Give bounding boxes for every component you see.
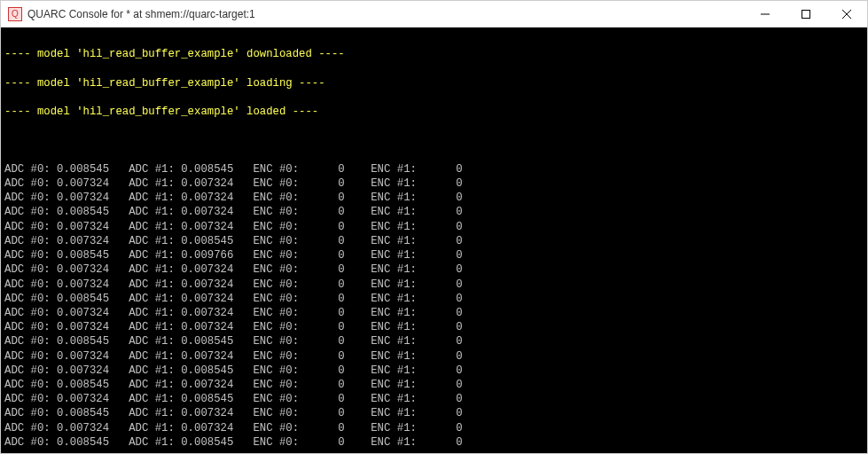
reading-rows: ADC #0: 0.008545 ADC #1: 0.008545 ENC #0… bbox=[4, 162, 860, 450]
reading-row: ADC #0: 0.007324 ADC #1: 0.008545 ENC #0… bbox=[4, 364, 860, 378]
reading-row: ADC #0: 0.007324 ADC #1: 0.007324 ENC #0… bbox=[4, 262, 860, 277]
reading-row: ADC #0: 0.007324 ADC #1: 0.007324 ENC #0… bbox=[4, 306, 860, 320]
reading-row: ADC #0: 0.008545 ADC #1: 0.008545 ENC #0… bbox=[4, 334, 860, 348]
reading-row: ADC #0: 0.008545 ADC #1: 0.007324 ENC #0… bbox=[4, 292, 860, 306]
minimize-button[interactable] bbox=[745, 1, 786, 27]
reading-row: ADC #0: 0.008545 ADC #1: 0.008545 ENC #0… bbox=[4, 162, 860, 176]
reading-row: ADC #0: 0.007324 ADC #1: 0.007324 ENC #0… bbox=[4, 176, 860, 191]
blank-line bbox=[4, 134, 860, 148]
reading-row: ADC #0: 0.007324 ADC #1: 0.008545 ENC #0… bbox=[4, 234, 860, 248]
reading-row: ADC #0: 0.007324 ADC #1: 0.007324 ENC #0… bbox=[4, 220, 860, 234]
status-loading: ---- model 'hil_read_buffer_example' loa… bbox=[4, 76, 860, 90]
reading-row: ADC #0: 0.007324 ADC #1: 0.007324 ENC #0… bbox=[4, 349, 860, 364]
close-icon bbox=[842, 10, 851, 19]
reading-row: ADC #0: 0.007324 ADC #1: 0.007324 ENC #0… bbox=[4, 191, 860, 205]
reading-row: ADC #0: 0.007324 ADC #1: 0.007324 ENC #0… bbox=[4, 278, 860, 292]
reading-row: ADC #0: 0.008545 ADC #1: 0.008545 ENC #0… bbox=[4, 435, 860, 450]
maximize-button[interactable] bbox=[786, 1, 826, 27]
reading-row: ADC #0: 0.007324 ADC #1: 0.008545 ENC #0… bbox=[4, 392, 860, 406]
reading-row: ADC #0: 0.008545 ADC #1: 0.007324 ENC #0… bbox=[4, 205, 860, 219]
console-output: ---- model 'hil_read_buffer_example' dow… bbox=[1, 27, 867, 453]
close-button[interactable] bbox=[826, 1, 867, 27]
minimize-icon bbox=[761, 10, 770, 19]
reading-row: ADC #0: 0.008545 ADC #1: 0.009766 ENC #0… bbox=[4, 248, 860, 262]
svg-rect-1 bbox=[802, 10, 810, 18]
window-title: QUARC Console for * at shmem://quarc-tar… bbox=[27, 8, 745, 20]
window-titlebar: Q QUARC Console for * at shmem://quarc-t… bbox=[1, 1, 867, 27]
reading-row: ADC #0: 0.007324 ADC #1: 0.007324 ENC #0… bbox=[4, 320, 860, 334]
window-controls bbox=[745, 1, 867, 27]
app-icon: Q bbox=[8, 7, 22, 21]
status-downloaded: ---- model 'hil_read_buffer_example' dow… bbox=[4, 47, 860, 61]
status-loaded: ---- model 'hil_read_buffer_example' loa… bbox=[4, 105, 860, 119]
reading-row: ADC #0: 0.008545 ADC #1: 0.007324 ENC #0… bbox=[4, 406, 860, 420]
maximize-icon bbox=[802, 10, 810, 19]
reading-row: ADC #0: 0.007324 ADC #1: 0.007324 ENC #0… bbox=[4, 421, 860, 435]
reading-row: ADC #0: 0.008545 ADC #1: 0.007324 ENC #0… bbox=[4, 378, 860, 392]
